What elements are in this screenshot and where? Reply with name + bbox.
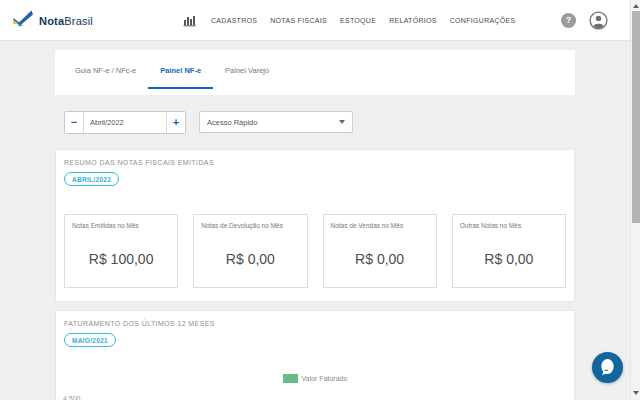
card-notas-vendas: Notas de Vendas no Mês R$ 0,00 <box>323 214 437 288</box>
brand-name-light: Brasil <box>64 15 93 27</box>
chat-bubble-icon[interactable] <box>592 352 623 383</box>
billing-panel: FATURAMENTO DOS ÚLTIMOS 12 MESES MAIO/20… <box>55 310 575 400</box>
nav-item-relatorios[interactable]: RELATÓRIOS <box>389 17 437 24</box>
card-notas-devolucao: Notas de Devolução no Mês R$ 0,00 <box>193 214 307 288</box>
card-notas-emitidas: Notas Emitidas no Mês R$ 100,00 <box>64 214 178 288</box>
summary-cards: Notas Emitidas no Mês R$ 100,00 Notas de… <box>64 214 566 288</box>
period-input[interactable] <box>83 112 167 133</box>
billing-month-badge: MAIO/2021 <box>64 333 116 347</box>
nav-item-notas-fiscais[interactable]: NOTAS FISCAIS <box>270 17 327 24</box>
legend-color-swatch <box>283 374 298 383</box>
card-outras-notas: Outras Notas no Mês R$ 0,00 <box>452 214 566 288</box>
summary-panel: RESUMO DAS NOTAS FISCAIS EMITIDAS ABRIL/… <box>55 149 575 302</box>
filter-row: − + Acesso Rápido <box>55 95 575 149</box>
brand-name-bold: Nota <box>39 15 64 27</box>
card-label: Notas de Vendas no Mês <box>331 222 432 229</box>
card-value: R$ 0,00 <box>194 251 306 267</box>
legend-label: Valor Faturado <box>302 375 348 382</box>
brand-name: NotaBrasil <box>39 15 93 27</box>
main-nav: CADASTROS NOTAS FISCAIS ESTOQUE RELATÓRI… <box>181 0 516 40</box>
card-value: R$ 100,00 <box>65 251 177 267</box>
scroll-up-arrow-icon[interactable] <box>631 0 640 11</box>
card-label: Notas Emitidas no Mês <box>72 222 173 229</box>
nav-item-configuracoes[interactable]: CONFIGURAÇÕES <box>450 17 516 24</box>
main-content: Guia NF-e / NFc-e Painel NF-e Painel Var… <box>55 50 575 400</box>
nav-item-estoque[interactable]: ESTOQUE <box>340 17 376 24</box>
card-label: Notas de Devolução no Mês <box>201 222 302 229</box>
header-icons: ? <box>561 0 608 40</box>
tab-bar: Guia NF-e / NFc-e Painel NF-e Painel Var… <box>55 50 575 95</box>
user-avatar-icon[interactable] <box>589 11 608 30</box>
vertical-scrollbar[interactable] <box>630 0 640 400</box>
nav-item-cadastros[interactable]: CADASTROS <box>211 17 257 24</box>
dashboard-chart-icon[interactable] <box>181 12 198 29</box>
summary-title: RESUMO DAS NOTAS FISCAIS EMITIDAS <box>64 159 566 166</box>
summary-month-badge: ABRIL/2022 <box>64 172 119 186</box>
month-stepper: − + <box>64 111 186 134</box>
card-value: R$ 0,00 <box>453 251 565 267</box>
brand-logo-icon <box>12 10 34 31</box>
top-bar: NotaBrasil CADASTROS NOTAS FISCAIS ESTOQ… <box>0 0 640 41</box>
help-icon[interactable]: ? <box>561 13 576 28</box>
card-label: Outras Notas no Mês <box>460 222 561 229</box>
chevron-down-icon <box>339 120 345 124</box>
tab-painel-varejo[interactable]: Painel Varejo <box>213 53 281 89</box>
scrollbar-thumb[interactable] <box>632 11 640 223</box>
quick-access-select[interactable]: Acesso Rápido <box>199 111 353 133</box>
billing-title: FATURAMENTO DOS ÚLTIMOS 12 MESES <box>64 320 566 327</box>
chart-y-axis-tick-label: 4.500 <box>63 395 81 400</box>
scroll-down-arrow-icon[interactable] <box>631 387 640 398</box>
tab-guia-nfe-nfce[interactable]: Guia NF-e / NFc-e <box>63 53 148 89</box>
card-value: R$ 0,00 <box>324 251 436 267</box>
tab-painel-nfe[interactable]: Painel NF-e <box>148 53 213 89</box>
quick-access-value: Acesso Rápido <box>207 118 257 127</box>
previous-month-button[interactable]: − <box>65 112 83 133</box>
chart-legend: Valor Faturado <box>64 374 566 383</box>
brand-logo[interactable]: NotaBrasil <box>12 10 93 31</box>
next-month-button[interactable]: + <box>167 112 185 133</box>
